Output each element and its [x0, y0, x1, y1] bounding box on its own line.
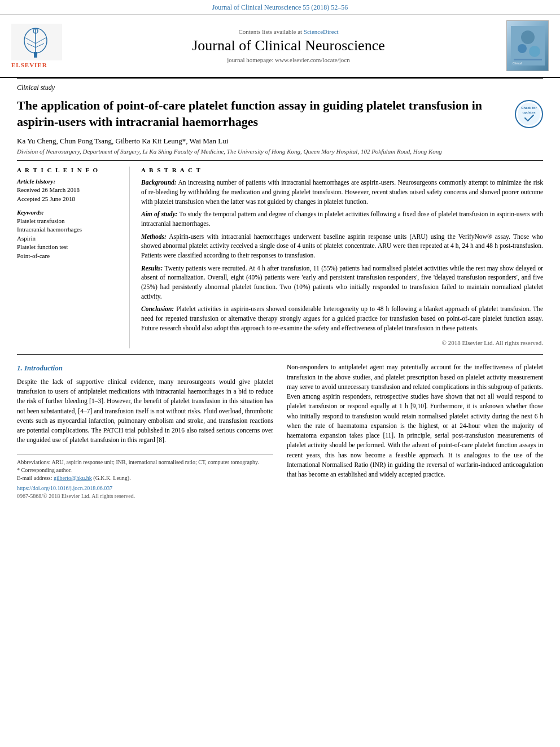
elsevier-text: ELSEVIER [11, 62, 47, 68]
conclusion-text: Platelet activities in aspirin-users sho… [141, 305, 543, 331]
body-right-column: Non-responders to antiplatelet agent may… [287, 362, 543, 500]
article-title-section: The application of point-of-care platele… [17, 94, 543, 134]
elsevier-logo-section: ELSEVIER [11, 24, 85, 68]
methods-label: Methods: [141, 233, 167, 240]
svg-point-11 [518, 44, 527, 53]
keywords-label: Keywords: [17, 209, 120, 216]
copyright-line: © 2018 Elsevier Ltd. All rights reserved… [141, 336, 543, 348]
svg-text:Clinical: Clinical [513, 62, 522, 65]
elsevier-logo: ELSEVIER [11, 24, 85, 68]
keyword-1: Platelet transfusion [17, 217, 120, 225]
article-info-column: A R T I C L E I N F O Article history: R… [17, 167, 130, 348]
received-date: Received 26 March 2018 [17, 186, 120, 194]
cover-image-icon: Clinical [511, 26, 545, 65]
svg-text:updates: updates [522, 111, 536, 114]
history-label: Article history: [17, 178, 120, 185]
keyword-5: Point-of-care [17, 252, 120, 260]
results-label: Results: [141, 265, 163, 272]
article-info-heading: A R T I C L E I N F O [17, 167, 120, 173]
body-section: 1. Introduction Despite the lack of supp… [17, 355, 543, 500]
elsevier-tree-icon [11, 24, 62, 60]
authors-text: Ka Yu Cheng, Chun Pong Tsang, Gilberto K… [17, 137, 228, 145]
intro-right-para1: Non-responders to antiplatelet agent may… [287, 362, 543, 479]
abbreviations: Abbreviations: ARU, aspirin response uni… [17, 458, 273, 466]
info-abstract-section: A R T I C L E I N F O Article history: R… [17, 160, 543, 355]
journal-title-section: Contents lists available at ScienceDirec… [85, 28, 492, 63]
email-link[interactable]: gilberto@hku.hk [54, 475, 92, 481]
keyword-4: Platelet function test [17, 243, 120, 251]
conclusion-label: Conclusion: [141, 305, 174, 312]
intro-heading: 1. Introduction [17, 362, 273, 374]
email-line: E-mail address: gilberto@hku.hk (G.K.K. … [17, 474, 273, 482]
email-label: E-mail address: [17, 475, 52, 481]
svg-point-12 [529, 46, 540, 57]
abstract-results: Results: Twenty patients were recruited.… [141, 264, 543, 302]
keyword-3: Aspirin [17, 234, 120, 243]
accepted-date: Accepted 25 June 2018 [17, 195, 120, 203]
body-left-column: 1. Introduction Despite the lack of supp… [17, 362, 273, 500]
top-journal-bar: Journal of Clinical Neuroscience 55 (201… [0, 0, 560, 15]
journal-reference: Journal of Clinical Neuroscience 55 (201… [212, 3, 348, 11]
affiliation-line: Division of Neurosurgery, Department of … [17, 147, 543, 160]
journal-cover-thumb: Clinical [506, 20, 549, 71]
doi-link[interactable]: https://doi.org/10.1016/j.jocn.2018.06.0… [17, 485, 112, 491]
corresponding-author: * Corresponding author. [17, 466, 273, 474]
abstract-heading: A B S T R A C T [141, 167, 543, 173]
issn-line: 0967-5868/© 2018 Elsevier Ltd. All right… [17, 492, 273, 500]
article-type-label: Clinical study [17, 78, 543, 94]
journal-main-title: Journal of Clinical Neuroscience [85, 37, 492, 54]
journal-header: ELSEVIER Contents lists available at Sci… [0, 15, 560, 78]
article-content: Clinical study The application of point-… [0, 78, 560, 500]
section-title: Introduction [24, 364, 63, 372]
journal-homepage: journal homepage: www.elsevier.com/locat… [85, 56, 492, 63]
article-history: Article history: Received 26 March 2018 … [17, 178, 120, 203]
svg-text:Check for: Check for [521, 106, 537, 110]
abstract-column: A B S T R A C T Background: An increasin… [141, 167, 543, 348]
abstract-aim: Aim of study: To study the temporal patt… [141, 209, 543, 228]
svg-rect-13 [514, 59, 542, 60]
footnote-section: Abbreviations: ARU, aspirin response uni… [17, 455, 273, 500]
sciencedirect-link[interactable]: ScienceDirect [304, 28, 339, 35]
aim-label: Aim of study: [141, 211, 177, 217]
keywords-section: Keywords: Platelet transfusion Intracran… [17, 209, 120, 260]
methods-text: Aspirin-users with intracranial haemorrh… [141, 233, 543, 259]
section-number: 1. [17, 364, 23, 372]
background-text: An increasing number of patients with in… [141, 179, 543, 204]
intro-left-para1: Despite the lack of supportive clinical … [17, 377, 273, 445]
authors-line: Ka Yu Cheng, Chun Pong Tsang, Gilberto K… [17, 134, 543, 147]
email-suffix: (G.K.K. Leung). [93, 475, 130, 481]
sciencedirect-line: Contents lists available at ScienceDirec… [85, 28, 492, 35]
keyword-2: Intracranial haemorrhages [17, 225, 120, 234]
check-updates-badge: Check for updates [515, 100, 543, 128]
abstract-conclusion: Conclusion: Platelet activities in aspir… [141, 304, 543, 333]
svg-point-10 [521, 30, 535, 44]
abstract-background: Background: An increasing number of pati… [141, 178, 543, 206]
journal-thumbnail: Clinical [492, 20, 549, 71]
aim-text: To study the temporal pattern and degree… [141, 211, 543, 227]
results-text: Twenty patients were recruited. At 4 h a… [141, 265, 543, 300]
abstract-methods: Methods: Aspirin-users with intracranial… [141, 232, 543, 260]
background-label: Background: [141, 179, 177, 186]
doi-line[interactable]: https://doi.org/10.1016/j.jocn.2018.06.0… [17, 484, 273, 492]
article-title-text: The application of point-of-care platele… [17, 98, 509, 130]
